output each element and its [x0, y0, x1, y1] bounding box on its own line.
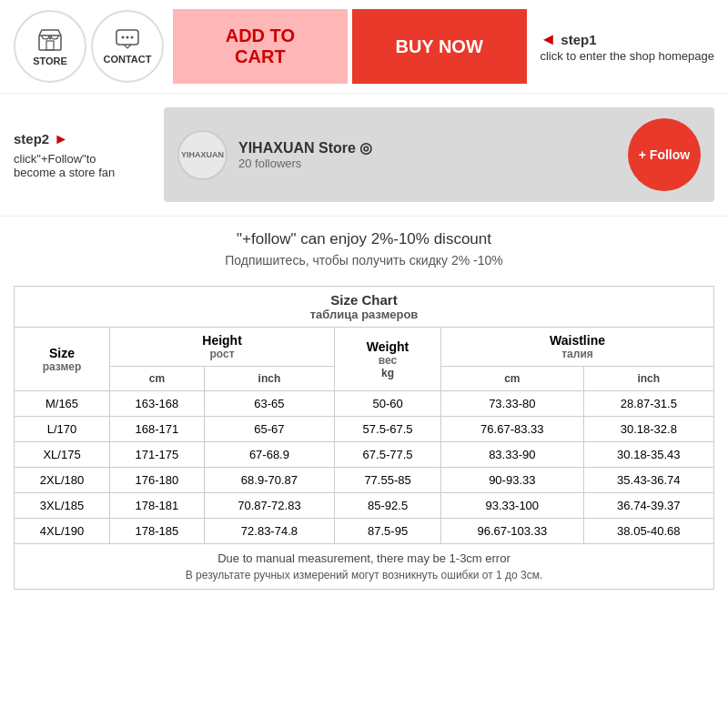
table-row: M/165 163-168 63-65 50-60 73.33-80 28.87…: [15, 391, 714, 417]
contact-label: CONTACT: [104, 54, 152, 65]
contact-button[interactable]: CONTACT: [91, 10, 164, 83]
waist-inch-unit: inch: [583, 367, 713, 391]
waist-cm-cell: 96.67-103.33: [441, 519, 584, 544]
arrow-right-icon: ►: [54, 131, 68, 147]
height-cm-cell: 171-175: [110, 442, 205, 468]
add-to-cart-button[interactable]: ADD TO CART: [173, 9, 348, 84]
buy-now-button[interactable]: BUY NOW: [352, 9, 527, 84]
note-cell: Due to manual measurement, there may be …: [15, 544, 714, 590]
size-chart-section: Size Chart таблица размеров Size размер …: [0, 277, 728, 603]
step2-info: step2 ► click"+Follow"to become a store …: [14, 131, 150, 179]
top-section: STORE CONTACT ADD TO CART BUY NOW ◄ step…: [0, 0, 728, 94]
height-inch-cell: 65-67: [204, 417, 334, 442]
waist-cm-cell: 76.67-83.33: [441, 417, 584, 442]
waist-cm-cell: 93.33-100: [441, 493, 584, 519]
size-cell: L/170: [15, 417, 110, 442]
follow-button[interactable]: + Follow: [628, 118, 701, 191]
store-followers: 20 followers: [238, 157, 617, 170]
contact-icon: [115, 28, 140, 50]
size-chart-table: Size Chart таблица размеров Size размер …: [14, 286, 714, 590]
store-info: YIHAXUAN Store ◎ 20 followers: [238, 139, 617, 170]
note-row: Due to manual measurement, there may be …: [15, 544, 714, 590]
col-height-header: Height рост: [110, 328, 335, 367]
svg-point-5: [131, 36, 134, 39]
store-logo: YIHAXUAN: [177, 130, 228, 180]
action-buttons: ADD TO CART BUY NOW: [173, 9, 526, 84]
note-en: Due to manual measurement, there may be …: [24, 551, 704, 565]
weight-kg-cell: 77.55-85: [335, 468, 441, 493]
col-size-header: Size размер: [15, 328, 110, 391]
weight-kg-cell: 57.5-67.5: [335, 417, 441, 442]
height-inch-cell: 72.83-74.8: [204, 519, 334, 544]
size-table-body: M/165 163-168 63-65 50-60 73.33-80 28.87…: [15, 391, 714, 544]
waist-inch-cell: 30.18-32.8: [583, 417, 713, 442]
size-cell: 4XL/190: [15, 519, 110, 544]
table-row: 4XL/190 178-185 72.83-74.8 87.5-95 96.67…: [15, 519, 714, 544]
weight-kg-cell: 87.5-95: [335, 519, 441, 544]
weight-kg-cell: 50-60: [335, 391, 441, 417]
waist-cm-cell: 90-93.33: [441, 468, 584, 493]
weight-kg-cell: 67.5-77.5: [335, 442, 441, 468]
step2-desc1: click"+Follow"to: [14, 152, 150, 166]
height-cm-cell: 176-180: [110, 468, 205, 493]
col-waistline-header: Waistline талия: [441, 328, 714, 367]
height-inch-cell: 70.87-72.83: [204, 493, 334, 519]
height-inch-unit: inch: [204, 367, 334, 391]
table-row: L/170 168-171 65-67 57.5-67.5 76.67-83.3…: [15, 417, 714, 442]
store-label: STORE: [33, 56, 67, 66]
size-cell: 2XL/180: [15, 468, 110, 493]
waist-inch-cell: 35.43-36.74: [583, 468, 713, 493]
waist-inch-cell: 38.05-40.68: [583, 519, 713, 544]
svg-rect-1: [46, 41, 54, 50]
step2-label: step2: [14, 131, 49, 147]
store-button[interactable]: STORE: [14, 10, 86, 83]
step2-section: step2 ► click"+Follow"to become a store …: [0, 94, 728, 216]
waist-cm-cell: 73.33-80: [441, 391, 584, 417]
step1-info: ◄ step1 click to enter the shop homepage: [535, 30, 714, 63]
store-contact-group: STORE CONTACT: [14, 10, 164, 83]
height-cm-cell: 178-185: [110, 519, 205, 544]
discount-section: "+follow" can enjoy 2%-10% discount Подп…: [0, 216, 728, 277]
svg-point-4: [126, 36, 129, 39]
step2-title: step2 ►: [14, 131, 150, 147]
height-cm-unit: cm: [110, 367, 205, 391]
note-ru: В результате ручных измерений могут возн…: [24, 569, 704, 581]
store-banner: YIHAXUAN YIHAXUAN Store ◎ 20 followers +…: [164, 107, 714, 202]
col-weight-header: Weight вес kg: [335, 328, 441, 391]
discount-text-ru: Подпишитесь, чтобы получить скидку 2% -1…: [9, 253, 719, 268]
step2-desc2: become a store fan: [14, 166, 150, 179]
table-title: Size Chart: [18, 292, 710, 308]
height-inch-cell: 67-68.9: [204, 442, 334, 468]
svg-point-3: [122, 36, 125, 39]
height-cm-cell: 168-171: [110, 417, 205, 442]
waist-cm-unit: cm: [441, 367, 584, 391]
size-cell: XL/175: [15, 442, 110, 468]
size-cell: M/165: [15, 391, 110, 417]
table-subtitle: таблица размеров: [18, 308, 710, 321]
height-cm-cell: 178-181: [110, 493, 205, 519]
store-name: YIHAXUAN Store ◎: [238, 139, 617, 157]
size-cell: 3XL/185: [15, 493, 110, 519]
store-icon: [37, 26, 63, 52]
height-inch-cell: 68.9-70.87: [204, 468, 334, 493]
waist-inch-cell: 36.74-39.37: [583, 493, 713, 519]
step1-title: ◄ step1: [540, 30, 596, 49]
table-row: 3XL/185 178-181 70.87-72.83 85-92.5 93.3…: [15, 493, 714, 519]
table-title-cell: Size Chart таблица размеров: [15, 287, 714, 328]
height-inch-cell: 63-65: [204, 391, 334, 417]
table-row: 2XL/180 176-180 68.9-70.87 77.55-85 90-9…: [15, 468, 714, 493]
table-row: XL/175 171-175 67-68.9 67.5-77.5 83.33-9…: [15, 442, 714, 468]
discount-text-en: "+follow" can enjoy 2%-10% discount: [9, 230, 719, 248]
waist-cm-cell: 83.33-90: [441, 442, 584, 468]
height-cm-cell: 163-168: [110, 391, 205, 417]
waist-inch-cell: 30.18-35.43: [583, 442, 713, 468]
step1-desc: click to enter the shop homepage: [540, 49, 714, 63]
arrow-left-icon: ◄: [540, 30, 556, 49]
step1-label: step1: [561, 32, 596, 47]
waist-inch-cell: 28.87-31.5: [583, 391, 713, 417]
weight-kg-cell: 85-92.5: [335, 493, 441, 519]
